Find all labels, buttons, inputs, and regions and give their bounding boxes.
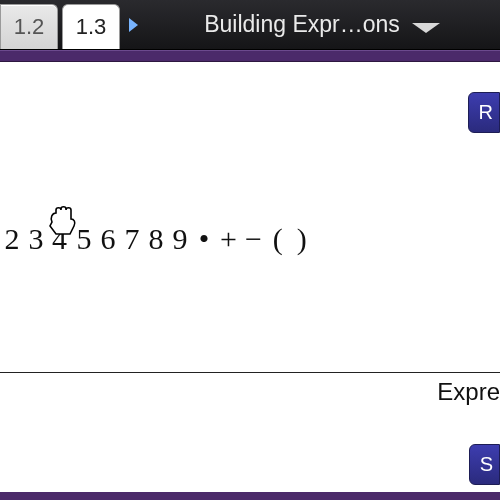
tile-minus[interactable]: − (245, 222, 262, 256)
submit-button[interactable]: S (469, 444, 500, 485)
tile-8[interactable]: 8 (148, 222, 164, 256)
accent-bar (0, 50, 500, 62)
tile-close-paren[interactable]: ) (294, 222, 310, 256)
dropdown-arrow-icon (412, 23, 440, 33)
document-title[interactable]: Building Expr…ons (144, 0, 500, 49)
expression-label: Expre (437, 378, 500, 406)
tab-label: 1.3 (76, 14, 107, 40)
tile-7[interactable]: 7 (124, 222, 140, 256)
tab-1-3[interactable]: 1.3 (62, 4, 120, 49)
tile-6[interactable]: 6 (100, 222, 116, 256)
tile-9[interactable]: 9 (172, 222, 188, 256)
tile-4[interactable]: 4 (52, 222, 68, 256)
reset-button[interactable]: R (468, 92, 500, 133)
tab-1-2[interactable]: 1.2 (0, 4, 58, 49)
tile-plus[interactable]: + (220, 222, 237, 256)
tab-label: 1.2 (14, 14, 45, 40)
grab-hand-icon (46, 204, 80, 238)
number-tile-row: 2 3 4 5 6 7 8 9 • + − ( ) (0, 222, 500, 256)
button-label: R (479, 101, 493, 123)
tile-open-paren[interactable]: ( (270, 222, 286, 256)
tile-3[interactable]: 3 (28, 222, 44, 256)
title-text: Building Expr…ons (204, 11, 400, 38)
svg-marker-0 (129, 18, 138, 32)
chevron-right-icon[interactable] (122, 0, 144, 49)
bottom-accent-bar (0, 492, 500, 500)
tile-dot[interactable]: • (196, 222, 212, 256)
work-area: R 2 3 4 5 6 7 8 9 • + − ( ) Expre S (0, 62, 500, 500)
divider-line (0, 372, 500, 373)
tile-2[interactable]: 2 (4, 222, 20, 256)
top-bar: 1.2 1.3 Building Expr…ons (0, 0, 500, 50)
button-label: S (480, 453, 493, 475)
